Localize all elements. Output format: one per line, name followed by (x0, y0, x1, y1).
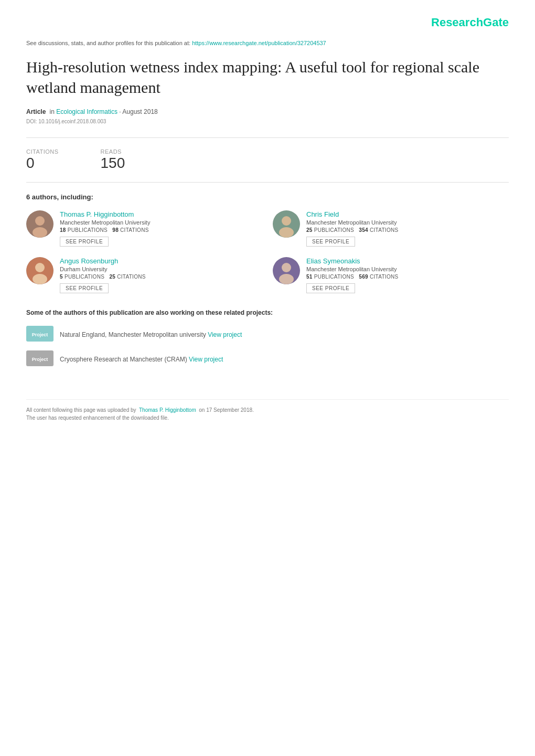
author-avatar (273, 210, 300, 238)
author-stats: 5 PUBLICATIONS 25 CITATIONS (60, 274, 146, 280)
projects-list: Project Natural England, Manchester Metr… (26, 326, 509, 368)
author-info: Chris Field Manchester Metropolitan Univ… (306, 210, 399, 247)
author-university: Manchester Metropolitan University (60, 219, 150, 226)
see-profile-button[interactable]: SEE PROFILE (60, 237, 109, 247)
svg-point-10 (282, 263, 291, 272)
author-stats: 51 PUBLICATIONS 569 CITATIONS (306, 274, 399, 280)
svg-point-5 (279, 227, 294, 238)
svg-text:Project: Project (32, 332, 48, 337)
svg-point-7 (35, 263, 45, 272)
citations-stat: CITATIONS 0 (26, 148, 59, 172)
see-profile-button[interactable]: SEE PROFILE (306, 283, 355, 293)
article-in-label: in Ecological Informatics · August 2018 (48, 108, 157, 115)
author-stats: 18 PUBLICATIONS 98 CITATIONS (60, 227, 150, 233)
author-info: Thomas P. Higginbottom Manchester Metrop… (60, 210, 150, 247)
see-profile-button[interactable]: SEE PROFILE (60, 283, 109, 293)
authors-grid: Thomas P. Higginbottom Manchester Metrop… (26, 210, 509, 293)
researchgate-logo-text: ResearchGate (431, 16, 509, 29)
author-name[interactable]: Chris Field (306, 210, 399, 218)
divider-1 (26, 137, 509, 138)
author-name[interactable]: Elias Symeonakis (306, 257, 399, 265)
related-projects-section: Some of the authors of this publication … (26, 309, 509, 368)
svg-point-4 (282, 216, 291, 226)
view-project-link[interactable]: View project (189, 356, 223, 363)
project-item: Project Natural England, Manchester Metr… (26, 326, 509, 343)
project-badge: Project (26, 326, 54, 343)
author-university: Durham University (60, 266, 146, 272)
article-meta: Article in Ecological Informatics · Augu… (26, 107, 509, 115)
svg-text:Project: Project (32, 357, 48, 362)
author-card: Angus Rosenburgh Durham University 5 PUB… (26, 257, 262, 293)
divider-2 (26, 182, 509, 183)
citations-value: 0 (26, 155, 59, 172)
author-card: Chris Field Manchester Metropolitan Univ… (273, 210, 509, 247)
svg-point-2 (33, 227, 47, 238)
doi: DOI: 10.1016/j.ecoinf.2018.08.003 (26, 119, 509, 124)
citations-label: CITATIONS (26, 148, 59, 155)
author-avatar (26, 257, 54, 284)
footer-user-notice: The user has requested enhancement of th… (26, 415, 169, 421)
footer-upload-date: on 17 September 2018. (199, 407, 254, 413)
project-text: Cryosphere Research at Manchester (CRAM)… (60, 356, 223, 363)
article-title: High-resolution wetness index mapping: A… (26, 57, 509, 98)
svg-point-8 (33, 274, 47, 284)
stats-row: CITATIONS 0 READS 150 (26, 148, 509, 172)
project-badge: Project (26, 350, 54, 368)
svg-point-11 (279, 274, 294, 284)
authors-section: 6 authors, including: Thomas P. Higginbo… (26, 193, 509, 293)
author-avatar (26, 210, 54, 238)
reads-label: READS (101, 148, 125, 155)
see-profile-button[interactable]: SEE PROFILE (306, 237, 355, 247)
author-name[interactable]: Thomas P. Higginbottom (60, 210, 150, 218)
see-discussions-bar: See discussions, stats, and author profi… (26, 40, 509, 46)
author-info: Angus Rosenburgh Durham University 5 PUB… (60, 257, 146, 293)
project-text: Natural England, Manchester Metropolitan… (60, 331, 242, 338)
project-item: Project Cryosphere Research at Mancheste… (26, 350, 509, 368)
author-university: Manchester Metropolitan University (306, 266, 399, 272)
publication-url-link[interactable]: https://www.researchgate.net/publication… (192, 40, 326, 46)
author-name[interactable]: Angus Rosenburgh (60, 257, 146, 265)
svg-point-1 (35, 216, 45, 226)
author-university: Manchester Metropolitan University (306, 219, 399, 226)
authors-section-title: 6 authors, including: (26, 193, 509, 201)
journal-link[interactable]: Ecological Informatics (56, 108, 117, 115)
footer: All content following this page was uplo… (26, 399, 509, 421)
author-avatar (273, 257, 300, 284)
author-card: Thomas P. Higginbottom Manchester Metrop… (26, 210, 262, 247)
related-projects-title: Some of the authors of this publication … (26, 309, 509, 316)
footer-uploader-link[interactable]: Thomas P. Higginbottom (139, 407, 196, 413)
reads-value: 150 (101, 155, 125, 172)
researchgate-brand: ResearchGate (26, 16, 509, 29)
article-type-label: Article (26, 108, 46, 115)
footer-uploaded-text: All content following this page was uplo… (26, 407, 136, 413)
author-card: Elias Symeonakis Manchester Metropolitan… (273, 257, 509, 293)
view-project-link[interactable]: View project (208, 331, 242, 338)
author-info: Elias Symeonakis Manchester Metropolitan… (306, 257, 399, 293)
reads-stat: READS 150 (101, 148, 125, 172)
author-stats: 25 PUBLICATIONS 354 CITATIONS (306, 227, 399, 233)
